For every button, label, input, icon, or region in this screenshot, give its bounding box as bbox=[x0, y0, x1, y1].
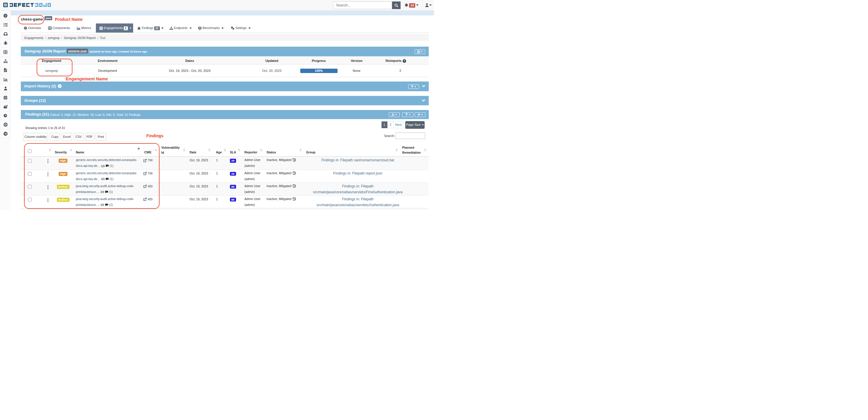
svg-text:?: ? bbox=[404, 60, 405, 62]
svg-text:?: ? bbox=[59, 85, 61, 87]
